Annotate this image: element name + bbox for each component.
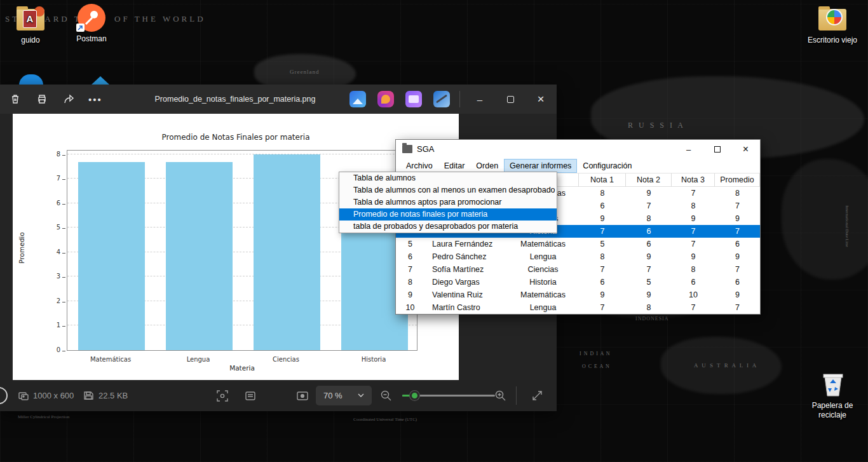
table-cell: Ciencias [507,263,579,276]
zoom-level-dropdown[interactable]: 70 % [316,386,372,405]
sga-minimize-button[interactable]: – [674,140,703,159]
folder-icon: A [15,5,46,33]
wallpaper-label: Greenland [290,69,319,75]
table-cell: Sofía Martínez [424,263,507,276]
desktop-icon-label: Papelera de reciclaje [806,401,859,420]
statusbar-divider [516,386,517,405]
clipchamp-icon[interactable] [405,91,422,107]
table-cell: 9 [715,250,760,263]
table-cell: 7 [672,301,715,314]
menu-generar-informes[interactable]: Generar informes [505,160,576,172]
y-tick-label: 6 [44,200,60,207]
table-cell: Martín Castro [424,301,507,314]
menu-editar[interactable]: Editar [439,160,470,172]
shortcut-arrow-icon [76,24,85,32]
sga-titlebar: SGA – × [396,140,760,159]
photos-statusbar: 1000 x 600 22.5 KB 70 % [0,380,557,411]
table-row[interactable]: 10Martín CastroLengua7877 [396,301,760,314]
table-cell: 7 [626,263,672,276]
maximize-button[interactable] [495,85,526,114]
table-cell: 9 [579,212,626,225]
ocr-scan-button[interactable] [216,380,229,411]
table-cell: 8 [396,276,424,289]
map-landmass [782,159,868,280]
table-cell: 9 [626,250,672,263]
dropdown-item[interactable]: tabla de probados y desaprobados por mat… [339,221,557,233]
table-cell: 6 [396,250,424,263]
sga-close-button[interactable]: × [731,140,760,159]
column-header[interactable]: Promedio [715,173,760,187]
print-button[interactable] [32,90,52,109]
table-cell: 10 [396,301,424,314]
share-button[interactable] [58,90,79,109]
slideshow-button[interactable] [244,380,257,411]
photos-toolbar: ••• Promedio_de_notas_finales_por_materi… [0,85,557,114]
table-row[interactable]: 7Sofía MartínezCiencias7787 [396,263,760,276]
desktop-icon-recycle-bin[interactable]: Papelera de reciclaje [806,370,859,420]
table-row[interactable]: 5Laura FernándezMatemáticas5676 [396,238,760,250]
sga-maximize-button[interactable] [703,140,731,159]
column-header[interactable]: Nota 3 [672,173,715,187]
minimize-button[interactable]: – [465,85,495,114]
dropdown-item[interactable]: Promedio de notas finales por materia [339,208,557,221]
table-row[interactable]: 8Diego VargasHistoria6566 [396,276,760,289]
dropdown-item[interactable]: Tabla de alumnos con al menos un examen … [339,184,557,196]
y-tick-label: 7 [44,175,60,182]
image-dimensions: 1000 x 600 [33,380,74,411]
desktop-icon-postman[interactable]: Postman [65,4,118,43]
table-cell: 8 [579,187,626,200]
toolbar-divider [459,91,460,107]
photo-canvas: Promedio de Notas Finales por materia 01… [13,114,459,380]
table-cell: 9 [626,187,672,200]
table-cell: 9 [579,289,626,301]
desktop-icon-escritorio-viejo[interactable]: Escritorio viejo [806,5,859,44]
desktop-icon-label: Postman [65,34,118,43]
table-cell: 6 [715,238,760,250]
bar-ciencias [254,154,320,350]
edit-image-icon[interactable] [349,91,366,107]
menu-configuración[interactable]: Configuración [578,160,637,172]
designer-icon[interactable] [377,91,394,107]
y-tick-label: 5 [44,224,60,231]
desktop-icon-label: guido [4,36,57,44]
table-cell: 8 [626,212,672,225]
zoom-in-button[interactable] [494,380,506,411]
recycle-bin-icon [817,370,848,398]
wallpaper-label: O C E A N [582,363,610,369]
y-tick-label: 8 [44,151,60,158]
table-row[interactable]: 9Valentina RuizMatemáticas99109 [396,289,760,301]
y-tick-label: 4 [44,248,60,255]
table-cell: 8 [672,200,715,212]
delete-button[interactable] [5,90,25,109]
desktop-icon-guido[interactable]: A guido [4,5,57,44]
column-header[interactable]: Nota 2 [626,173,672,187]
close-button[interactable]: × [526,85,556,114]
wallpaper-label: Miller Cylindrical Projection [18,414,69,419]
dropdown-item[interactable]: Tabla de alumnos aptos para promocionar [339,196,557,208]
menu-archivo[interactable]: Archivo [401,160,438,172]
table-cell: Matemáticas [507,238,579,250]
cloud-unsynced-icon[interactable] [433,91,450,107]
x-tick-label: Lengua [154,356,242,363]
wallpaper-label: A U S T R A L I A [694,362,757,369]
table-row[interactable]: 6Pedro SánchezLengua8999 [396,250,760,263]
more-options-button[interactable]: ••• [85,90,105,109]
table-cell: 10 [672,289,715,301]
table-cell: Lengua [507,250,579,263]
desktop: STANDARD TIMEOF THE WORLDGreenlandR U S … [0,0,868,462]
bar-matemáticas [78,162,145,350]
menu-orden[interactable]: Orden [471,160,503,172]
zoom-slider[interactable] [402,395,495,397]
file-size-icon [83,380,94,411]
dropdown-item[interactable]: Tabla de alumnos [339,172,557,184]
sga-window-title: SGA [417,144,434,154]
zoom-slider-knob[interactable] [410,391,419,400]
fit-to-window-button[interactable] [296,380,309,411]
table-cell: 6 [579,276,626,289]
wallpaper-label: INDONESIA [635,316,669,322]
generar-informes-dropdown: Tabla de alumnosTabla de alumnos con al … [339,172,557,233]
zoom-out-button[interactable] [380,380,392,411]
column-header[interactable]: Nota 1 [579,173,626,187]
table-cell: 7 [715,200,760,212]
fullscreen-button[interactable] [531,380,543,411]
